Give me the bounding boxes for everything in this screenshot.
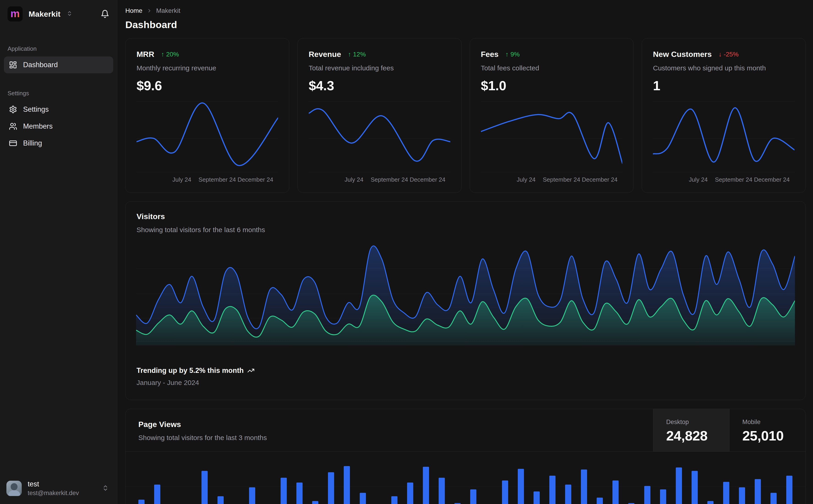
arrow-up-icon: ↑ — [505, 51, 509, 58]
stat-card-mrr: MRR ↑20% Monthly recurring revenue $9.6 … — [125, 38, 289, 193]
bar — [502, 480, 508, 504]
bar — [138, 500, 144, 504]
bar — [597, 498, 603, 504]
chevrons-up-down-icon — [66, 11, 72, 17]
stat-title: MRR — [136, 50, 154, 59]
sidebar-item-label: Billing — [23, 139, 42, 147]
sidebar-item-settings[interactable]: Settings — [4, 101, 113, 118]
workspace-switcher[interactable]: m Makerkit — [0, 0, 117, 27]
nav-section-settings: Settings — [8, 90, 109, 97]
breadcrumb-current: Makerkit — [156, 7, 180, 14]
sidebar-item-dashboard[interactable]: Dashboard — [4, 56, 113, 73]
layout-dashboard-icon — [9, 61, 17, 69]
main-content: Home Makerkit Dashboard MRR ↑20% Monthly… — [117, 0, 813, 504]
arrow-down-icon: ↓ — [719, 51, 722, 58]
stat-value: $1.0 — [481, 78, 623, 93]
bar — [201, 471, 208, 504]
credit-card-icon — [9, 139, 17, 147]
sidebar-item-label: Dashboard — [23, 61, 58, 69]
bar — [581, 470, 587, 504]
bar — [755, 479, 761, 504]
bar — [391, 496, 397, 504]
stat-subtitle: Customers who signed up this month — [653, 64, 794, 72]
stat-card-new-customers: New Customers ↓-25% Customers who signed… — [642, 38, 806, 193]
bar — [518, 469, 524, 504]
device-toggle-group: Desktop 24,828 Mobile 25,010 — [653, 409, 805, 451]
page-views-subtitle: Showing total visitors for the last 3 mo… — [138, 434, 653, 442]
sparkline-chart: July 24 September 24 December 24 — [309, 100, 450, 184]
stats-grid: MRR ↑20% Monthly recurring revenue $9.6 … — [125, 38, 806, 193]
trend-badge: ↓-25% — [719, 51, 739, 58]
chevrons-up-down-icon — [102, 485, 109, 492]
bar — [407, 483, 413, 504]
user-name: test — [28, 480, 79, 488]
bar — [644, 486, 651, 504]
stat-subtitle: Monthly recurring revenue — [136, 64, 278, 72]
bar — [249, 487, 255, 504]
x-axis-labels: July 24 September 24 December 24 — [136, 176, 278, 184]
stat-subtitle: Total fees collected — [481, 64, 623, 72]
bar — [218, 496, 224, 504]
user-avatar — [6, 481, 22, 496]
desktop-total: 24,828 — [666, 428, 729, 444]
breadcrumb-home-link[interactable]: Home — [125, 7, 142, 14]
app-root: m Makerkit Application Dashboard Setting… — [0, 0, 813, 504]
workspace-name: Makerkit — [29, 10, 61, 19]
logo-letter: m — [11, 8, 20, 19]
arrow-up-icon: ↑ — [161, 51, 164, 58]
bar — [786, 476, 792, 504]
trend-badge: ↑12% — [348, 51, 366, 58]
visitors-card: Visitors Showing total visitors for the … — [125, 201, 806, 400]
stat-title: Revenue — [309, 50, 341, 59]
bar — [344, 466, 350, 504]
stat-value: $4.3 — [309, 78, 450, 93]
page-views-bar-chart — [138, 452, 793, 504]
mobile-total: 25,010 — [742, 428, 805, 444]
stat-title: New Customers — [653, 50, 712, 59]
bar — [739, 487, 745, 504]
sidebar: m Makerkit Application Dashboard Setting… — [0, 0, 117, 504]
sidebar-item-members[interactable]: Members — [4, 118, 113, 135]
bar — [360, 493, 366, 504]
user-menu[interactable]: test test@makerkit.dev — [0, 474, 117, 504]
sparkline-chart: July 24 September 24 December 24 — [481, 100, 623, 184]
notifications-bell-icon[interactable] — [101, 10, 109, 18]
arrow-up-icon: ↑ — [348, 51, 351, 58]
bar — [565, 485, 571, 504]
stat-value: $9.6 — [136, 78, 278, 93]
breadcrumb: Home Makerkit — [125, 7, 806, 15]
bar — [613, 480, 619, 504]
bar — [470, 489, 476, 504]
stat-title: Fees — [481, 50, 499, 59]
bar — [549, 476, 555, 504]
x-axis-labels: July 24 September 24 December 24 — [653, 176, 794, 184]
bar — [154, 485, 160, 504]
sidebar-item-billing[interactable]: Billing — [4, 135, 113, 152]
sidebar-nav: Application Dashboard Settings Settings … — [0, 27, 117, 474]
stat-subtitle: Total revenue including fees — [309, 64, 450, 72]
visitors-subtitle: Showing total visitors for the last 6 mo… — [136, 226, 794, 234]
bar — [312, 501, 318, 504]
sparkline-chart: July 24 September 24 December 24 — [136, 100, 278, 184]
x-axis-labels: July 24 September 24 December 24 — [309, 176, 450, 184]
date-range: January - June 2024 — [136, 379, 794, 387]
toggle-mobile[interactable]: Mobile 25,010 — [729, 409, 805, 451]
bar — [660, 489, 666, 504]
sparkline-chart: July 24 September 24 December 24 — [653, 100, 794, 184]
trend-note: Trending up by 5.2% this month — [136, 366, 244, 375]
bar — [454, 503, 461, 504]
bar — [628, 503, 635, 504]
gear-icon — [9, 105, 17, 114]
nav-section-application: Application — [8, 45, 109, 52]
bar — [770, 493, 777, 504]
bar — [423, 467, 429, 504]
user-email: test@makerkit.dev — [28, 490, 79, 497]
makerkit-logo: m — [8, 6, 23, 21]
trending-up-icon — [247, 367, 255, 374]
stat-value: 1 — [653, 78, 794, 93]
chevron-right-icon — [146, 8, 152, 13]
trend-badge: ↑9% — [505, 51, 519, 58]
visitors-footer: Trending up by 5.2% this month January -… — [136, 366, 794, 387]
toggle-desktop[interactable]: Desktop 24,828 — [653, 409, 729, 451]
sidebar-item-label: Settings — [23, 105, 49, 114]
